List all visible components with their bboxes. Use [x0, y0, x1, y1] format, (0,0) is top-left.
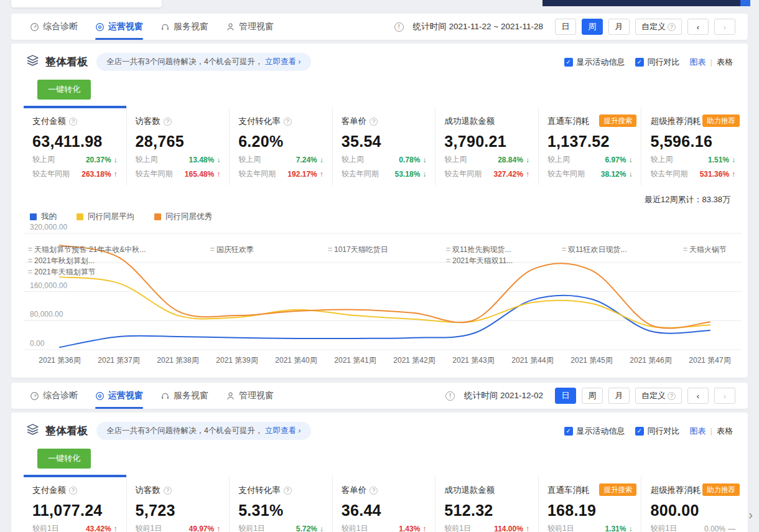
dashboard-page: 综合诊断 运营视窗 服务视窗 管理视窗 ! 统计时间 2021-11-22 ~ … — [0, 0, 759, 532]
compare-value: 1.51% — [708, 156, 729, 164]
event-marker-icon: = — [28, 245, 32, 254]
compare-row: 较前1日 114.00% ↑ — [444, 523, 532, 532]
table-view-button[interactable]: 表格 — [717, 426, 733, 437]
one-click-convert-button[interactable]: 一键转化 — [37, 80, 91, 100]
tab-3[interactable]: 管理视窗 — [226, 383, 274, 409]
range-button-月[interactable]: 月 — [608, 388, 630, 404]
cards-next-chevron-icon[interactable]: › — [748, 508, 753, 522]
range-button-月[interactable]: 月 — [608, 19, 630, 35]
help-icon[interactable]: ? — [69, 487, 77, 495]
tab-1[interactable]: 运营视窗 — [95, 383, 143, 409]
metric-card-2[interactable]: 支付转化率 ? 6.20% 较上周 7.24% ↓ 较去年同期 192.17% … — [229, 106, 332, 185]
metric-value: 35.54 — [342, 133, 429, 151]
tab-1[interactable]: 运营视窗 — [95, 14, 143, 40]
legend-item-0[interactable]: 我的 — [30, 212, 57, 222]
compare-row: 较前1日 1.43% ↑ — [342, 523, 429, 532]
event-annotation: =2021年天猫双11... — [446, 256, 513, 266]
compare-label: 较前1日 — [547, 523, 574, 532]
compare-row: 较上周 13.48% ↓ — [136, 154, 223, 165]
arrow-down-icon: ↓ — [628, 170, 632, 179]
tab-0[interactable]: 综合诊断 — [30, 383, 78, 409]
one-click-convert-button[interactable]: 一键转化 — [37, 449, 91, 469]
event-marker-icon: = — [446, 245, 450, 254]
view-now-link[interactable]: 立即查看 › — [265, 57, 301, 66]
info-icon[interactable]: ! — [394, 22, 404, 32]
metric-card-0[interactable]: 支付金额 ? 11,077.24 较前1日 43.42% ↑ 较上周同期 23.… — [24, 475, 126, 532]
view-nav-bar: 综合诊断 运营视窗 服务视窗 管理视窗 ! 统计时间 2021-11-22 ~ … — [11, 14, 748, 40]
metric-title: 支付金额 — [32, 116, 66, 127]
checkbox-1[interactable]: ✓ 同行对比 — [635, 57, 680, 68]
range-button-周[interactable]: 周 — [582, 19, 603, 35]
next-period-button[interactable]: › — [714, 388, 735, 404]
help-icon[interactable]: ? — [284, 118, 292, 126]
layers-icon — [26, 54, 39, 70]
view-now-link[interactable]: 立即查看 › — [265, 426, 301, 435]
tab-2[interactable]: 服务视窗 — [161, 383, 208, 409]
next-period-button[interactable]: › — [714, 19, 735, 35]
arrow-down-icon: ↓ — [114, 156, 118, 164]
event-annotation: =天猫划算节预售 — [28, 245, 86, 255]
range-button-周[interactable]: 周 — [582, 388, 603, 404]
promo-badge[interactable]: 助力推荐 — [702, 483, 740, 496]
tab-label: 管理视窗 — [239, 21, 274, 32]
help-icon[interactable]: ? — [164, 118, 172, 126]
metric-card-2[interactable]: 支付转化率 ? 5.31% 较前1日 5.72% ↓ 较上周同期 12.68% … — [229, 475, 332, 532]
arrow-down-icon: ↓ — [320, 156, 324, 164]
chart-view-button[interactable]: 图表 — [690, 57, 706, 68]
promo-badge[interactable]: 助力推荐 — [702, 114, 740, 127]
compare-label: 较上周 — [136, 154, 158, 165]
metric-card-4[interactable]: 成功退款金额 3,790.21 较上周 28.84% ↓ 较去年同期 327.4… — [435, 106, 538, 185]
metric-card-3[interactable]: 客单价 ? 36.44 较前1日 1.43% ↑ 较上周同期 2.66% ↑ — [332, 475, 435, 532]
tab-3[interactable]: 管理视窗 — [226, 14, 274, 40]
table-view-button[interactable]: 表格 — [717, 57, 733, 68]
toggle-divider: | — [710, 57, 712, 67]
chart-view-button[interactable]: 图表 — [690, 426, 706, 437]
metric-card-5[interactable]: 直通车消耗 提升搜索 1,137.52 较上周 6.97% ↓ 较去年同期 38… — [538, 106, 641, 185]
person-icon — [226, 22, 235, 32]
gauge-icon — [30, 22, 39, 32]
compare-label: 较上周 — [547, 154, 570, 165]
metric-card-1[interactable]: 访客数 ? 28,765 较上周 13.48% ↓ 较去年同期 165.48% … — [126, 106, 230, 185]
metric-card-4[interactable]: 成功退款金额 512.32 较前1日 114.00% ↑ 较上周同期 22.83… — [435, 475, 538, 532]
range-button-自定义[interactable]: 自定义 ? — [635, 19, 682, 35]
tab-label: 服务视窗 — [174, 390, 208, 401]
checkbox-0[interactable]: ✓ 显示活动信息 — [564, 57, 625, 68]
arrow-down-icon: ↓ — [526, 156, 529, 164]
help-icon[interactable]: ? — [370, 118, 378, 126]
svg-text:2021 第36周: 2021 第36周 — [39, 356, 80, 365]
help-icon[interactable]: ? — [69, 118, 77, 126]
range-button-日[interactable]: 日 — [555, 19, 576, 35]
metric-title: 支付金额 — [32, 485, 66, 496]
metric-cards-row: 支付金额 ? 63,411.98 较上周 20.37% ↓ 较去年同期 263.… — [24, 106, 744, 185]
metric-card-3[interactable]: 客单价 ? 35.54 较上周 0.78% ↓ 较去年同期 53.18% ↓ — [332, 106, 435, 185]
checkbox-0[interactable]: ✓ 显示活动信息 — [564, 426, 625, 437]
metric-title: 访客数 — [136, 116, 161, 127]
help-icon[interactable]: ? — [164, 487, 172, 495]
prev-period-button[interactable]: ‹ — [687, 388, 709, 404]
range-button-自定义[interactable]: 自定义 ? — [635, 388, 682, 404]
promo-badge[interactable]: 提升搜索 — [599, 114, 636, 127]
metric-card-1[interactable]: 访客数 ? 5,723 较前1日 49.97% ↑ 较上周同期 37.61% ↑ — [126, 475, 230, 532]
metric-card-5[interactable]: 直通车消耗 提升搜索 168.19 较前1日 1.31% ↓ 较上周同期 6.0… — [538, 475, 641, 532]
checkbox-checked-icon: ✓ — [635, 58, 644, 67]
info-icon[interactable]: ! — [445, 391, 455, 401]
compare-label: 较上周 — [32, 154, 55, 165]
checkbox-1[interactable]: ✓ 同行对比 — [635, 426, 680, 437]
help-icon[interactable]: ? — [370, 487, 378, 495]
metric-title: 直通车消耗 — [547, 116, 590, 127]
prev-period-button[interactable]: ‹ — [687, 19, 709, 35]
tab-0[interactable]: 综合诊断 — [30, 14, 78, 40]
legend-item-2[interactable]: 同行同层优秀 — [154, 212, 212, 222]
legend-item-1[interactable]: 同行同层平均 — [77, 212, 134, 222]
tab-2[interactable]: 服务视窗 — [161, 14, 208, 40]
promo-badge[interactable]: 提升搜索 — [599, 483, 636, 496]
help-icon[interactable]: ? — [284, 487, 292, 495]
metric-card-0[interactable]: 支付金额 ? 63,411.98 较上周 20.37% ↓ 较去年同期 263.… — [24, 106, 126, 185]
arrow-down-icon: ↓ — [628, 156, 632, 164]
range-button-日[interactable]: 日 — [555, 388, 576, 404]
gauge-icon — [30, 391, 39, 401]
compare-row: 较去年同期 192.17% ↑ — [238, 169, 326, 179]
metric-card-6[interactable]: 超级推荐消耗 助力推荐 5,596.16 较上周 1.51% ↓ 较去年同期 5… — [641, 106, 744, 185]
metric-card-6[interactable]: 超级推荐消耗 助力推荐 800.00 较前1日 0.00% — 较上周同期 0.… — [641, 475, 744, 532]
compass-icon — [95, 391, 105, 401]
